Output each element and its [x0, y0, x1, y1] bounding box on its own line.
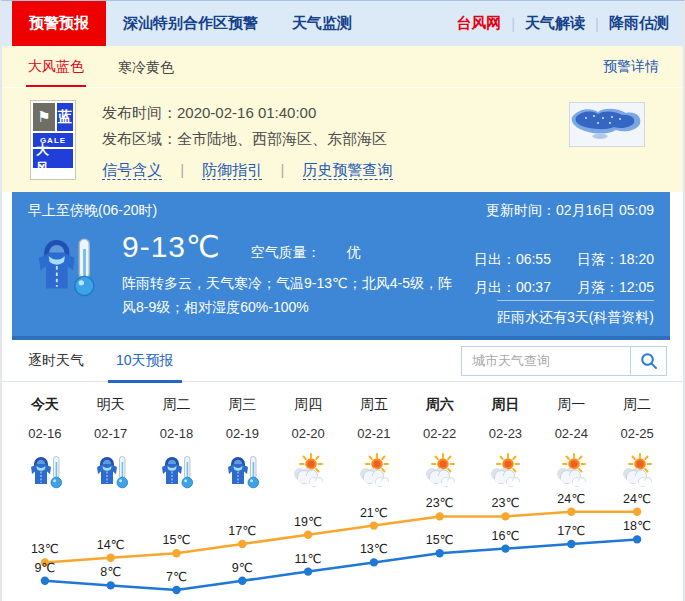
temp-point: [567, 540, 575, 548]
temp-point: [238, 540, 246, 548]
forecast-column[interactable]: 周二02-18: [144, 382, 210, 494]
temp-label: 16℃: [492, 529, 520, 543]
aqi-value: 优: [347, 244, 361, 262]
forecast-column[interactable]: 今天02-16: [12, 382, 78, 494]
weather-icon-partly-cloudy: [473, 450, 539, 494]
search-input[interactable]: [461, 346, 631, 376]
weather-description: 阵雨转多云，天气寒冷；气温9-13℃；北风4-5级，阵风8-9级；相对湿度60%…: [122, 271, 460, 319]
nav-tab-weather-monitor[interactable]: 天气监测: [275, 1, 369, 46]
sunrise-time: 日出：06:55: [474, 247, 551, 271]
chart-wrap: 13℃14℃15℃17℃19℃21℃23℃23℃24℃24℃9℃8℃7℃9℃11…: [12, 494, 670, 600]
weather-icon-partly-cloudy: [407, 450, 473, 494]
cold-weather-icon-large: [28, 231, 100, 303]
forecast-date-label: 02-16: [12, 426, 78, 441]
nav-tab-warning-forecast[interactable]: 预警预报: [12, 1, 106, 46]
moonrise-time: 月出：00:37: [474, 275, 551, 299]
signal-meaning-link[interactable]: 信号含义: [102, 161, 162, 180]
rain-countdown[interactable]: 距雨水还有3天(科普资料): [497, 300, 654, 327]
forecast-date-label: 02-23: [473, 426, 539, 441]
warning-links: 信号含义 | 防御指引 | 历史预警查询: [102, 161, 393, 180]
forecast-date-label: 02-19: [209, 426, 275, 441]
forecast-day-label: 周二: [144, 396, 210, 414]
search-icon: [640, 352, 658, 370]
update-time: 更新时间：02月16日 05:09: [486, 202, 654, 220]
nav-link-rain-estimate[interactable]: 降雨估测: [609, 14, 669, 33]
temp-block: 9-13℃ 空气质量： 优 阵雨转多云，天气寒冷；气温9-13℃；北风4-5级，…: [122, 229, 460, 319]
warning-info: 发布时间：2020-02-16 01:40:00 发布区域：全市陆地、西部海区、…: [102, 100, 393, 180]
forecast-day-label: 周二: [604, 396, 670, 414]
search-button[interactable]: [631, 346, 667, 376]
sunset-time: 日落：18:20: [577, 247, 654, 271]
forecast-date-label: 02-22: [407, 426, 473, 441]
temp-point: [304, 531, 312, 539]
weather-icon-cold: [12, 450, 78, 494]
forecast-column[interactable]: 周六02-22: [407, 382, 473, 494]
divider: |: [180, 161, 184, 178]
temp-label: 23℃: [492, 496, 520, 510]
forecast-day-label: 周三: [209, 396, 275, 414]
forecast-column[interactable]: 周五02-21: [341, 382, 407, 494]
nav-links: 台风网 | 天气解读 | 降雨估测: [456, 1, 683, 46]
temp-label: 13℃: [360, 542, 388, 556]
tab-ten-day-forecast[interactable]: 10天预报: [114, 340, 176, 382]
temp-label: 9℃: [232, 561, 253, 575]
temp-label: 14℃: [97, 538, 125, 552]
temp-label: 15℃: [426, 533, 454, 547]
temperature-chart: 13℃14℃15℃17℃19℃21℃23℃23℃24℃24℃9℃8℃7℃9℃11…: [12, 494, 670, 600]
sun-moon-times: 日出：06:55 日落：18:20 月出：00:37 月落：12:05: [474, 247, 654, 299]
temp-label: 9℃: [34, 561, 55, 575]
weather-icon-cold: [209, 450, 275, 494]
forecast-day-label: 周一: [538, 396, 604, 414]
forecast-date-label: 02-21: [341, 426, 407, 441]
forecast-date-label: 02-17: [78, 426, 144, 441]
temp-point: [633, 508, 641, 516]
forecast-column[interactable]: 周四02-20: [275, 382, 341, 494]
forecast-day-label: 今天: [12, 396, 78, 414]
nav-link-weather-explain[interactable]: 天气解读: [525, 14, 585, 33]
history-warning-link[interactable]: 历史预警查询: [303, 161, 393, 180]
divider: |: [511, 15, 515, 32]
temp-label: 23℃: [426, 496, 454, 510]
temp-point: [304, 567, 312, 575]
forecast-column[interactable]: 周一02-24: [538, 382, 604, 494]
warning-details-link[interactable]: 预警详情: [603, 58, 659, 76]
temp-point: [41, 577, 49, 585]
forecast-day-label: 周五: [341, 396, 407, 414]
temp-label: 24℃: [557, 494, 585, 506]
nav-link-typhoon[interactable]: 台风网: [456, 14, 501, 33]
forecast-day-label: 周日: [473, 396, 539, 414]
forecast-day-label: 周四: [275, 396, 341, 414]
forecast-column[interactable]: 周三02-19: [209, 382, 275, 494]
defense-guide-link[interactable]: 防御指引: [202, 161, 262, 180]
temp-point: [370, 558, 378, 566]
temp-label: 18℃: [623, 519, 651, 533]
forecast-grid: 今天02-16 明天02-17 周二02-18 周三02-19: [12, 382, 670, 494]
weather-icon-partly-cloudy: [604, 450, 670, 494]
temp-point: [238, 577, 246, 585]
warning-tab-cold-yellow[interactable]: 寒冷黄色: [116, 47, 176, 86]
temp-label: 19℃: [294, 515, 322, 529]
warning-tabs: 大风蓝色 寒冷黄色 预警详情: [2, 46, 683, 88]
forecast-column[interactable]: 周日02-23: [473, 382, 539, 494]
issue-area-value: 全市陆地、西部海区、东部海区: [177, 130, 387, 147]
tab-hourly-weather[interactable]: 逐时天气: [26, 340, 86, 382]
current-weather-panel: 早上至傍晚(06-20时) 更新时间：02月16日 05:09: [12, 192, 670, 340]
divider: |: [595, 15, 599, 32]
nav-tab-shenshan-warning[interactable]: 深汕特别合作区预警: [106, 1, 275, 46]
signal-level-label: 蓝: [57, 103, 73, 131]
forecast-date-label: 02-18: [144, 426, 210, 441]
update-time-value: 02月16日 05:09: [556, 202, 654, 218]
temp-point: [501, 544, 509, 552]
weather-icon-cold: [144, 450, 210, 494]
weather-icon-cold: [78, 450, 144, 494]
shenzhen-map-icon: [570, 103, 644, 146]
warning-map-thumbnail[interactable]: [569, 102, 645, 147]
issue-area-label: 发布区域：: [102, 130, 177, 147]
forecast-column[interactable]: 明天02-17: [78, 382, 144, 494]
forecast-column[interactable]: 周二02-25: [604, 382, 670, 494]
warning-tab-gale-blue[interactable]: 大风蓝色: [26, 46, 86, 87]
warning-section: 大风蓝色 寒冷黄色 预警详情 ⚑ 蓝 GALE 大 风 发布时间：2020-02…: [2, 46, 683, 192]
temp-point: [633, 535, 641, 543]
weather-page: 预警预报 深汕特别合作区预警 天气监测 台风网 | 天气解读 | 降雨估测 大风…: [0, 0, 685, 601]
temp-label: 17℃: [557, 524, 585, 538]
